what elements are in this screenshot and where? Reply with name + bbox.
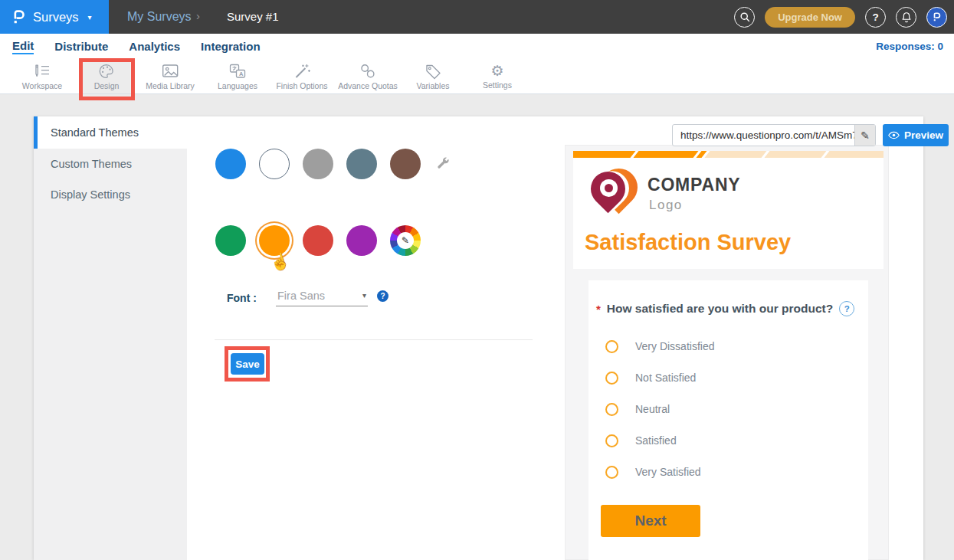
survey-title: Satisfaction Survey <box>585 230 791 255</box>
tab-distribute[interactable]: Distribute <box>54 40 108 53</box>
swatch-purple[interactable] <box>346 225 377 256</box>
radio-icon[interactable] <box>605 466 618 479</box>
languages-icon: A <box>228 63 247 80</box>
help-icon: ? <box>844 304 850 313</box>
upgrade-now-button[interactable]: Upgrade Now <box>765 7 855 28</box>
chain-links-icon <box>359 63 377 80</box>
design-sidebar: Standard Themes Custom Themes Display Se… <box>34 116 187 560</box>
save-button[interactable]: Save <box>231 353 264 375</box>
font-dropdown[interactable]: Fira Sans ▾ <box>276 287 368 306</box>
eye-icon <box>888 131 900 139</box>
tag-icon <box>424 63 442 80</box>
edit-url-button[interactable]: ✎ <box>854 125 875 146</box>
toolbar-item-variables[interactable]: Variables <box>417 59 450 93</box>
tab-edit[interactable]: Edit <box>12 39 34 54</box>
company-name: COMPANY <box>647 175 740 195</box>
toolbar-item-workspace[interactable]: Workspace <box>22 59 62 93</box>
wrench-icon[interactable] <box>435 156 451 172</box>
swatch-gray[interactable] <box>303 149 333 179</box>
magic-wand-icon <box>293 63 311 80</box>
toolbar-item-finish-options[interactable]: Finish Options <box>276 59 327 93</box>
preview-label: Preview <box>904 129 943 141</box>
company-logo-icon <box>590 168 639 220</box>
next-button[interactable]: Next <box>601 505 700 537</box>
workspace-icon <box>33 63 51 80</box>
preview-button[interactable]: Preview <box>883 124 949 146</box>
survey-url-value: https://www.questionpro.com/t/AMSm7Z <box>673 125 854 146</box>
option-label: Neutral <box>635 403 670 415</box>
radio-icon[interactable] <box>605 340 618 353</box>
option-label: Not Satisfied <box>635 372 696 384</box>
sidebar-item-custom-themes[interactable]: Custom Themes <box>34 149 187 179</box>
color-wheel-pencil-icon: ✎ <box>397 232 414 249</box>
help-button[interactable]: ? <box>865 7 886 28</box>
survey-url-field[interactable]: https://www.questionpro.com/t/AMSm7Z ✎ <box>672 124 876 146</box>
option-very-dissatisfied[interactable]: Very Dissatisfied <box>605 339 714 353</box>
option-very-satisfied[interactable]: Very Satisfied <box>605 465 701 479</box>
toolbar-item-design[interactable]: Design <box>83 59 131 93</box>
media-library-icon <box>161 63 179 80</box>
question-card: * How satisfied are you with our product… <box>588 280 868 560</box>
toolbar-item-label: Variables <box>417 81 450 90</box>
swatch-white[interactable] <box>259 149 290 179</box>
product-switcher[interactable]: Surveys ▾ <box>0 0 109 34</box>
toolbar-item-label: Advance Quotas <box>338 81 398 90</box>
help-icon: ? <box>872 11 878 23</box>
toolbar-item-languages[interactable]: A Languages <box>218 59 257 93</box>
swatch-orange-selected[interactable] <box>259 225 290 256</box>
design-page: Standard Themes Custom Themes Display Se… <box>34 116 923 560</box>
notifications-button[interactable] <box>896 7 916 28</box>
survey-header-preview: COMPANY Logo Satisfaction Survey <box>573 151 884 269</box>
question-help-button[interactable]: ? <box>839 301 854 316</box>
design-palette-icon <box>97 63 116 80</box>
bell-icon <box>901 11 912 23</box>
toolbar-item-media-library[interactable]: Media Library <box>146 59 195 93</box>
survey-nav: Edit Distribute Analytics Integration Re… <box>0 34 954 59</box>
responses-count[interactable]: Responses: 0 <box>876 34 943 59</box>
custom-color-picker[interactable]: ✎ <box>390 225 421 256</box>
search-button[interactable] <box>734 7 755 28</box>
question-text: How satisfied are you with our product? <box>607 302 833 316</box>
help-icon: ? <box>380 292 385 300</box>
edit-toolbar: Workspace Design Media Library A Languag… <box>0 59 954 94</box>
font-help-button[interactable]: ? <box>377 290 388 302</box>
sidebar-item-standard-themes[interactable]: Standard Themes <box>34 116 187 149</box>
survey-preview-panel: COMPANY Logo Satisfaction Survey * How s… <box>565 145 889 560</box>
account-avatar[interactable] <box>926 7 947 28</box>
question-row: * How satisfied are you with our product… <box>596 301 863 316</box>
radio-icon[interactable] <box>605 403 618 416</box>
toolbar-item-label: Finish Options <box>276 81 327 90</box>
option-label: Very Dissatisfied <box>635 340 714 352</box>
questionpro-app: Surveys ▾ My Surveys › Survey #1 Upgrade… <box>0 0 954 560</box>
option-neutral[interactable]: Neutral <box>605 402 670 416</box>
questionpro-logo-icon <box>12 8 25 25</box>
font-label: Font : <box>227 292 257 304</box>
swatch-red[interactable] <box>303 225 333 256</box>
search-icon <box>739 11 750 22</box>
radio-icon[interactable] <box>605 372 618 385</box>
option-label: Very Satisfied <box>635 466 701 478</box>
toolbar-item-settings[interactable]: ⚙ Settings <box>483 59 512 93</box>
radio-icon[interactable] <box>605 434 618 447</box>
progress-bar <box>573 151 884 158</box>
chevron-down-icon: ▾ <box>88 13 92 21</box>
divider <box>215 339 533 340</box>
svg-text:A: A <box>239 70 244 77</box>
swatch-blue[interactable] <box>215 149 246 179</box>
chevron-down-icon: ▾ <box>362 291 366 300</box>
toolbar-item-advance-quotas[interactable]: Advance Quotas <box>338 59 398 93</box>
required-marker: * <box>596 303 601 316</box>
option-satisfied[interactable]: Satisfied <box>605 434 677 447</box>
tab-analytics[interactable]: Analytics <box>129 40 180 53</box>
swatch-brown[interactable] <box>390 149 421 179</box>
topbar-actions: Upgrade Now ? <box>734 0 947 34</box>
sidebar-item-display-settings[interactable]: Display Settings <box>34 179 187 210</box>
toolbar-item-label: Media Library <box>146 81 195 90</box>
breadcrumb-survey-name: Survey #1 <box>227 0 279 34</box>
swatch-green[interactable] <box>215 225 246 256</box>
breadcrumb-my-surveys[interactable]: My Surveys <box>127 0 192 34</box>
swatch-slate[interactable] <box>346 149 377 179</box>
gear-icon: ⚙ <box>490 64 503 79</box>
tab-integration[interactable]: Integration <box>201 40 261 53</box>
option-not-satisfied[interactable]: Not Satisfied <box>605 371 696 385</box>
